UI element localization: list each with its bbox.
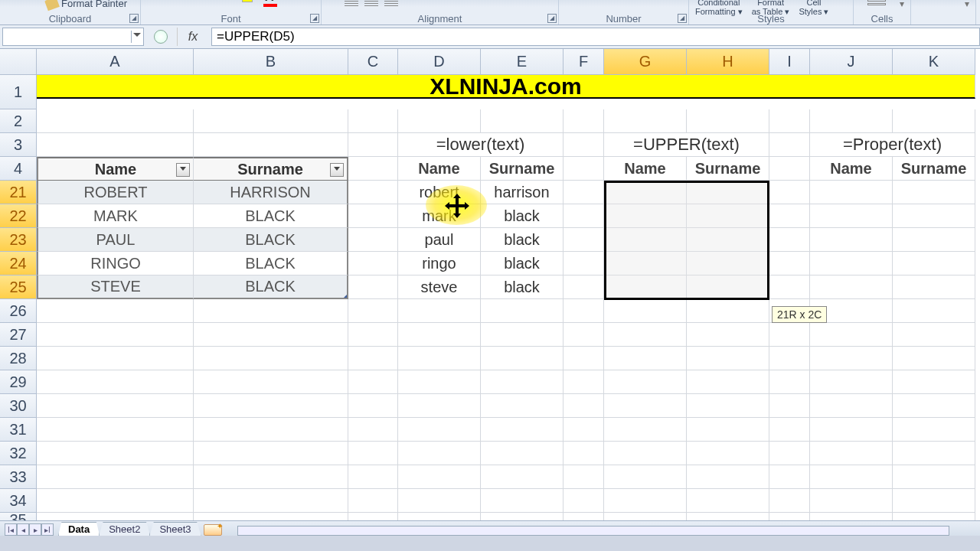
cell[interactable]: MARK bbox=[37, 204, 194, 228]
cell[interactable]: ringo bbox=[398, 252, 481, 276]
dialog-launcher-icon[interactable]: ◢ bbox=[547, 14, 557, 23]
row-header[interactable]: 33 bbox=[0, 465, 37, 489]
row-header[interactable]: 26 bbox=[0, 299, 37, 323]
cell[interactable]: black bbox=[481, 204, 564, 228]
sheet-tab[interactable]: Sheet3 bbox=[149, 522, 201, 536]
cell[interactable]: STEVE bbox=[37, 276, 194, 299]
row-header[interactable]: 29 bbox=[0, 370, 37, 394]
column-header[interactable]: K bbox=[893, 49, 975, 75]
table-resize-handle[interactable] bbox=[341, 292, 348, 299]
cell[interactable]: BLACK bbox=[194, 228, 348, 252]
row-header[interactable]: 24 bbox=[0, 252, 37, 276]
cell[interactable]: black bbox=[481, 252, 564, 276]
column-header[interactable]: B bbox=[194, 49, 348, 75]
cell[interactable]: black bbox=[481, 276, 564, 299]
sheet-tab-active[interactable]: Data bbox=[58, 522, 100, 536]
dialog-launcher-icon[interactable]: ◢ bbox=[678, 14, 687, 23]
dialog-launcher-icon[interactable]: ◢ bbox=[129, 14, 139, 23]
row-header[interactable]: 30 bbox=[0, 394, 37, 418]
column-header[interactable]: C bbox=[348, 49, 398, 75]
font-color-button[interactable]: A bbox=[263, 0, 280, 5]
ribbon-group-clipboard: Format Painter Clipboard ◢ bbox=[0, 0, 141, 24]
format-painter-label: Format Painter bbox=[61, 0, 127, 9]
ribbon-group-cells: ▾ Cells bbox=[854, 0, 911, 24]
column-header[interactable]: F bbox=[564, 49, 604, 75]
column-header[interactable]: A bbox=[37, 49, 194, 75]
cells-buttons[interactable] bbox=[867, 0, 886, 5]
row-header[interactable]: 1 bbox=[0, 75, 37, 109]
format-painter-button[interactable]: Format Painter bbox=[46, 0, 127, 9]
cancel-enter-buttons[interactable] bbox=[144, 28, 178, 46]
cell[interactable]: harrison bbox=[481, 181, 564, 204]
filter-dropdown-icon[interactable] bbox=[176, 163, 190, 177]
formula-label-upper: =UPPER(text) bbox=[604, 133, 769, 157]
formula-bar: fx =UPPER(D5) bbox=[0, 25, 980, 49]
row-header[interactable]: 32 bbox=[0, 442, 37, 465]
formula-label-proper: =Proper(text) bbox=[810, 133, 975, 157]
row-header[interactable]: 23 bbox=[0, 228, 37, 252]
row-header[interactable]: 4 bbox=[0, 157, 37, 181]
dialog-launcher-icon[interactable]: ◢ bbox=[310, 14, 319, 23]
ribbon-group-number: Number ◢ bbox=[559, 0, 689, 24]
formula-label-lower: =lower(text) bbox=[398, 133, 564, 157]
row-header[interactable]: 25 bbox=[0, 276, 37, 299]
row-header[interactable]: 21 bbox=[0, 181, 37, 204]
chevron-down-icon[interactable]: ▾ bbox=[965, 0, 969, 9]
cell[interactable]: steve bbox=[398, 276, 481, 299]
row-header[interactable]: 31 bbox=[0, 418, 37, 442]
insert-function-button[interactable]: fx bbox=[178, 28, 211, 46]
tab-nav-buttons[interactable]: I◂◂▸▸I bbox=[5, 523, 54, 536]
ribbon-group-font: A Font ◢ bbox=[141, 0, 322, 24]
cell[interactable]: BLACK bbox=[194, 204, 348, 228]
row-header[interactable]: 22 bbox=[0, 204, 37, 228]
filter-dropdown-icon[interactable] bbox=[330, 163, 344, 177]
column-header[interactable]: E bbox=[481, 49, 564, 75]
alignment-buttons[interactable] bbox=[345, 0, 398, 8]
cell[interactable]: RINGO bbox=[37, 252, 194, 276]
column-label: Surname bbox=[481, 157, 564, 181]
cell[interactable]: robert bbox=[398, 181, 481, 204]
sheet-tab-strip: I◂◂▸▸I Data Sheet2 Sheet3 bbox=[0, 520, 980, 536]
cell[interactable]: HARRISON bbox=[194, 181, 348, 204]
row-header[interactable]: 28 bbox=[0, 347, 37, 370]
column-header[interactable]: D bbox=[398, 49, 481, 75]
table-header-name[interactable]: Name bbox=[37, 157, 194, 181]
column-header[interactable]: J bbox=[810, 49, 893, 75]
cell[interactable]: paul bbox=[398, 228, 481, 252]
ribbon-label-number: Number bbox=[559, 13, 688, 24]
chevron-down-icon[interactable]: ▾ bbox=[900, 0, 904, 9]
column-header[interactable]: H bbox=[687, 49, 769, 75]
select-all-corner[interactable] bbox=[0, 49, 37, 75]
row-header[interactable]: 3 bbox=[0, 133, 37, 157]
row-header[interactable]: 34 bbox=[0, 489, 37, 513]
ribbon-label-alignment: Alignment bbox=[322, 13, 558, 24]
ribbon-label-cells: Cells bbox=[854, 13, 910, 24]
row-header[interactable]: 27 bbox=[0, 323, 37, 347]
cell[interactable]: PAUL bbox=[37, 228, 194, 252]
chevron-down-icon[interactable] bbox=[131, 31, 142, 43]
table-header-surname[interactable]: Surname bbox=[194, 157, 348, 181]
new-sheet-button[interactable] bbox=[204, 524, 222, 536]
row-header[interactable]: 2 bbox=[0, 109, 37, 133]
ribbon-label-clipboard: Clipboard bbox=[0, 13, 140, 24]
name-box[interactable] bbox=[2, 28, 144, 46]
sheet-tab[interactable]: Sheet2 bbox=[99, 522, 150, 536]
column-label: Name bbox=[810, 157, 893, 181]
fx-icon: fx bbox=[188, 30, 198, 44]
cell[interactable]: ROBERT bbox=[37, 181, 194, 204]
formula-input[interactable]: =UPPER(D5) bbox=[211, 28, 980, 46]
column-header[interactable]: I bbox=[769, 49, 810, 75]
highlight-color-button[interactable] bbox=[240, 0, 257, 5]
column-label: Name bbox=[398, 157, 481, 181]
cell[interactable]: black bbox=[481, 228, 564, 252]
page-title: XLNINJA.com bbox=[37, 75, 975, 99]
refresh-icon bbox=[154, 30, 168, 44]
cell[interactable]: BLACK bbox=[194, 252, 348, 276]
column-header[interactable]: G bbox=[604, 49, 687, 75]
column-label: Surname bbox=[687, 157, 769, 181]
horizontal-scrollbar[interactable] bbox=[237, 526, 949, 536]
cell[interactable]: BLACK bbox=[194, 276, 348, 299]
worksheet[interactable]: A B C D E F G H I J K 1 XLNINJA.com 2 3 … bbox=[0, 49, 980, 536]
selection-size-hint: 21R x 2C bbox=[772, 306, 827, 323]
cell[interactable]: mark bbox=[398, 204, 481, 228]
